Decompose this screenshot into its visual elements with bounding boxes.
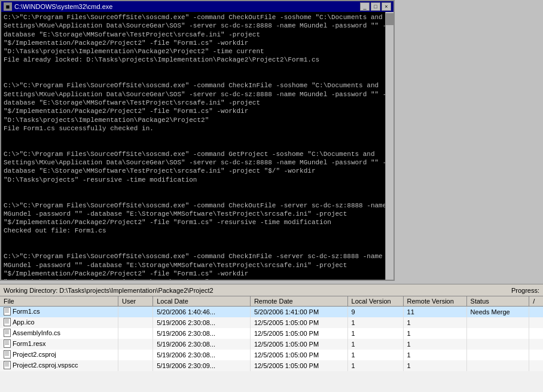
cell-remote-date: 12/5/2005 1:05:00 PM — [250, 339, 347, 350]
cell-remote-version: 1 — [403, 328, 466, 339]
cell-status — [466, 339, 529, 350]
cell-file: Project2.csproj.vspscc — [0, 360, 118, 371]
terminal-output: C:\>"C:\Program Files\SourceOffSite\sosc… — [1, 12, 393, 280]
cell-local-version: 1 — [347, 339, 403, 350]
cell-local-version: 1 — [347, 360, 403, 371]
bottom-header: Working Directory: D:\Tasks\projects\Imp… — [0, 284, 543, 296]
cell-local-date: 5/19/2006 2:30:08... — [153, 339, 251, 350]
cell-status — [466, 360, 529, 371]
cell-user — [118, 317, 153, 328]
header-user: User — [118, 296, 153, 307]
table-row[interactable]: Project2.csproj.vspscc5/19/2006 2:30:09.… — [0, 360, 543, 371]
cell-remote-date: 12/5/2005 1:05:00 PM — [250, 360, 347, 371]
file-name: Project2.csproj — [13, 351, 56, 358]
cell-remote-version: 1 — [403, 350, 466, 360]
cell-user — [118, 339, 153, 350]
working-directory: Working Directory: D:\Tasks\projects\Imp… — [4, 287, 213, 294]
header-status: Status — [466, 296, 529, 307]
cell-status — [466, 328, 529, 339]
cell-user — [118, 307, 153, 318]
cell-remote-version: 1 — [403, 360, 466, 371]
table-row[interactable]: Project2.csproj5/19/2006 2:30:08...12/5/… — [0, 350, 543, 360]
bottom-panel: Working Directory: D:\Tasks\projects\Imp… — [0, 284, 543, 392]
cell-remote-date: 12/5/2005 1:05:00 PM — [250, 317, 347, 328]
file-name: AssemblyInfo.cs — [13, 329, 60, 336]
cell-arrow — [529, 307, 543, 318]
header-file: File — [0, 296, 118, 307]
table-row[interactable]: Form1.resx5/19/2006 2:30:08...12/5/2005 … — [0, 339, 543, 350]
cell-local-date: 5/19/2006 2:30:08... — [153, 317, 251, 328]
cell-file: Form1.cs — [0, 307, 118, 318]
cell-remote-version: 11 — [403, 307, 466, 318]
file-icon — [4, 307, 11, 316]
cell-user — [118, 360, 153, 371]
cmd-titlebar: ■ C:\WINDOWS\system32\cmd.exe _ □ × — [1, 1, 393, 12]
file-icon — [4, 350, 11, 359]
header-local-version: Local Version — [347, 296, 403, 307]
table-header-row: File User Local Date Remote Date Local V… — [0, 296, 543, 307]
cell-file: App.ico — [0, 317, 118, 328]
table-row[interactable]: App.ico5/19/2006 2:30:08...12/5/2005 1:0… — [0, 317, 543, 328]
cell-status: Needs Merge — [466, 307, 529, 318]
cell-remote-version: 1 — [403, 339, 466, 350]
titlebar-controls: _ □ × — [360, 2, 391, 11]
cell-arrow — [529, 328, 543, 339]
header-remote-date: Remote Date — [250, 296, 347, 307]
progress-label: Progress: — [511, 287, 539, 294]
file-name: Form1.resx — [13, 340, 46, 347]
cell-local-date: 5/19/2006 2:30:09... — [153, 360, 251, 371]
cell-status — [466, 317, 529, 328]
cmd-title: C:\WINDOWS\system32\cmd.exe — [14, 3, 112, 10]
cell-local-version: 9 — [347, 307, 403, 318]
cell-status — [466, 350, 529, 360]
table-row[interactable]: Form1.cs5/20/2006 1:40:46...5/20/2006 1:… — [0, 307, 543, 318]
header-remote-version: Remote Version — [403, 296, 466, 307]
cell-user — [118, 328, 153, 339]
cmd-icon: ■ — [4, 2, 12, 11]
maximize-button[interactable]: □ — [371, 2, 380, 11]
file-name: App.ico — [13, 318, 35, 326]
cell-remote-date: 5/20/2006 1:41:00 PM — [250, 307, 347, 318]
file-icon — [4, 318, 11, 326]
cell-local-version: 1 — [347, 328, 403, 339]
scrollbar-thumb[interactable] — [386, 13, 393, 25]
cell-remote-date: 12/5/2005 1:05:00 PM — [250, 328, 347, 339]
cell-arrow — [529, 360, 543, 371]
cell-local-date: 5/20/2006 1:40:46... — [153, 307, 251, 318]
cell-user — [118, 350, 153, 360]
cell-local-date: 5/19/2006 2:30:08... — [153, 350, 251, 360]
titlebar-left: ■ C:\WINDOWS\system32\cmd.exe — [4, 2, 112, 11]
header-local-date: Local Date — [153, 296, 251, 307]
cell-local-version: 1 — [347, 317, 403, 328]
cell-local-version: 1 — [347, 350, 403, 360]
table-row[interactable]: AssemblyInfo.cs5/19/2006 2:30:08...12/5/… — [0, 328, 543, 339]
close-button[interactable]: × — [382, 2, 391, 11]
cell-arrow — [529, 350, 543, 360]
file-icon — [4, 339, 11, 348]
file-icon — [4, 361, 11, 369]
cell-remote-date: 12/5/2005 1:05:00 PM — [250, 350, 347, 360]
cmd-window: ■ C:\WINDOWS\system32\cmd.exe _ □ × C:\>… — [0, 0, 395, 281]
minimize-button[interactable]: _ — [360, 2, 370, 11]
cell-arrow — [529, 317, 543, 328]
file-name: Project2.csproj.vspscc — [13, 362, 78, 369]
cell-local-date: 5/19/2006 2:30:08... — [153, 328, 251, 339]
scrollbar[interactable] — [385, 12, 393, 280]
cell-file: Form1.resx — [0, 339, 118, 350]
cell-arrow — [529, 339, 543, 350]
header-arrow: / — [529, 296, 543, 307]
file-table: File User Local Date Remote Date Local V… — [0, 296, 543, 371]
cell-remote-version: 1 — [403, 317, 466, 328]
cell-file: Project2.csproj — [0, 350, 118, 360]
cell-file: AssemblyInfo.cs — [0, 328, 118, 339]
file-name: Form1.cs — [13, 308, 40, 315]
file-icon — [4, 329, 11, 337]
